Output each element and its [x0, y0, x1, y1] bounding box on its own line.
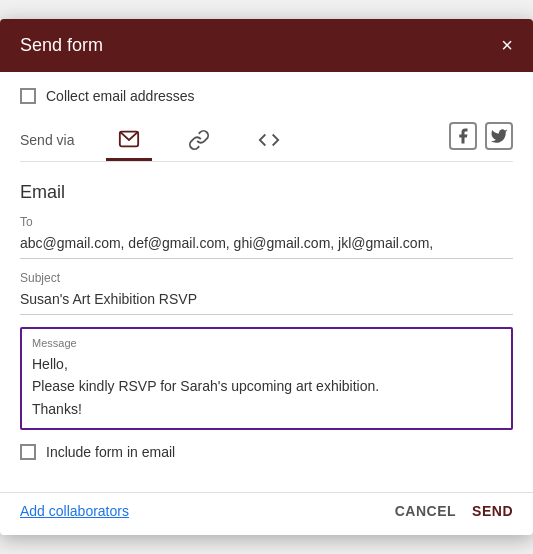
message-label: Message [32, 337, 501, 349]
send-via-label: Send via [20, 132, 74, 148]
include-form-checkbox[interactable] [20, 444, 36, 460]
send-form-dialog: Send form × Collect email addresses Send… [0, 19, 533, 535]
embed-icon [258, 129, 280, 151]
dialog-body: Collect email addresses Send via [0, 72, 533, 492]
subject-label: Subject [20, 271, 513, 285]
collect-email-row: Collect email addresses [20, 88, 513, 104]
message-line-1: Hello, [32, 353, 501, 375]
cancel-button[interactable]: CANCEL [395, 503, 456, 519]
add-collaborators-link[interactable]: Add collaborators [20, 503, 129, 519]
facebook-icon[interactable] [449, 122, 477, 150]
message-line-2: Please kindly RSVP for Sarah's upcoming … [32, 375, 501, 397]
subject-field-group: Subject Susan's Art Exhibition RSVP [20, 271, 513, 315]
to-label: To [20, 215, 513, 229]
to-value[interactable]: abc@gmail.com, def@gmail.com, ghi@gmail.… [20, 231, 513, 259]
social-icons [449, 122, 513, 158]
message-line-3: Thanks! [32, 398, 501, 420]
footer-buttons: CANCEL SEND [395, 503, 513, 519]
email-section-title: Email [20, 182, 513, 203]
send-via-email-option[interactable] [106, 120, 152, 161]
include-form-label: Include form in email [46, 444, 175, 460]
include-form-row: Include form in email [20, 444, 513, 460]
email-icon [118, 128, 140, 150]
dialog-header: Send form × [0, 19, 533, 72]
close-icon[interactable]: × [501, 35, 513, 55]
message-box[interactable]: Message Hello, Please kindly RSVP for Sa… [20, 327, 513, 430]
send-via-link-option[interactable] [176, 121, 222, 159]
dialog-footer: Add collaborators CANCEL SEND [0, 492, 533, 535]
message-content: Hello, Please kindly RSVP for Sarah's up… [32, 353, 501, 420]
send-button[interactable]: SEND [472, 503, 513, 519]
link-icon [188, 129, 210, 151]
collect-email-checkbox[interactable] [20, 88, 36, 104]
send-via-embed-option[interactable] [246, 121, 292, 159]
collect-email-label: Collect email addresses [46, 88, 195, 104]
to-field-group: To abc@gmail.com, def@gmail.com, ghi@gma… [20, 215, 513, 259]
dialog-title: Send form [20, 35, 103, 56]
twitter-icon[interactable] [485, 122, 513, 150]
subject-value[interactable]: Susan's Art Exhibition RSVP [20, 287, 513, 315]
send-via-row: Send via [20, 120, 513, 162]
